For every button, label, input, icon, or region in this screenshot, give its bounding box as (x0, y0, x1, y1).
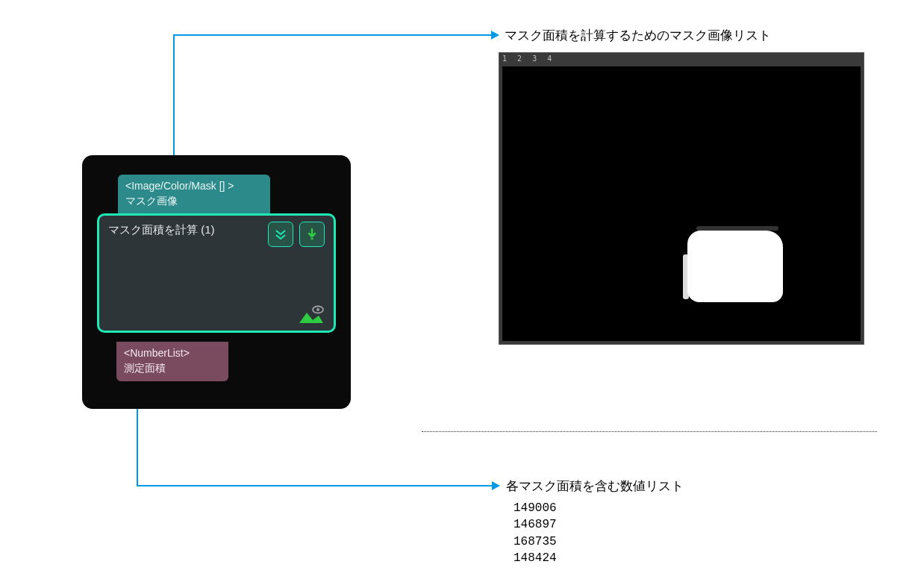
download-button[interactable] (299, 222, 325, 247)
mask-tab[interactable]: 2 (517, 54, 522, 63)
node-body[interactable]: マスク面積を計算 (1) (97, 213, 336, 333)
output-values-list: 149006 146897 168735 148424 (513, 500, 557, 567)
expand-button[interactable] (268, 222, 293, 247)
svg-point-0 (310, 237, 313, 240)
separator-dotted (422, 431, 877, 432)
output-value: 168735 (513, 533, 557, 550)
node-output-label: 測定面積 (124, 361, 221, 376)
connector-bottom-horizontal (137, 485, 492, 486)
connector-bottom-vertical (137, 398, 138, 485)
output-value: 146897 (513, 516, 557, 533)
diagram-canvas: マスク面積を計算するためのマスク画像リスト <Image/Color/Mask … (0, 0, 924, 579)
annotation-bottom-label: 各マスク面積を含む数値リスト (506, 478, 684, 495)
image-preview-icon[interactable] (298, 304, 325, 325)
connector-top-vertical (173, 34, 175, 169)
mask-view (502, 66, 861, 341)
mask-blob-shadow (696, 226, 778, 231)
connector-bottom-arrow (492, 481, 500, 490)
node-output-chip[interactable]: <NumberList> 測定面積 (116, 342, 228, 381)
chevron-double-down-icon (274, 228, 287, 241)
mask-tab[interactable]: 4 (547, 54, 552, 63)
node-input-label: マスク画像 (125, 194, 263, 209)
output-value: 149006 (513, 500, 557, 516)
mask-tab[interactable]: 3 (532, 54, 537, 63)
node-output-type: <NumberList> (124, 346, 221, 361)
output-value: 148424 (513, 550, 557, 566)
connector-top-horizontal (173, 34, 491, 36)
svg-point-2 (316, 308, 319, 311)
annotation-top-label: マスク面積を計算するためのマスク画像リスト (505, 27, 771, 44)
node-input-chip[interactable]: <Image/Color/Mask [] > マスク画像 (118, 175, 270, 214)
connector-top-arrow (491, 31, 499, 40)
mask-tab[interactable]: 1 (502, 54, 507, 63)
node-input-type: <Image/Color/Mask [] > (125, 179, 263, 194)
mask-blob (687, 231, 783, 302)
node-panel: <Image/Color/Mask [] > マスク画像 マスク面積を計算 (1… (82, 155, 351, 409)
download-arrow-icon (305, 228, 319, 241)
mask-preview-window: 1 2 3 4 (499, 52, 864, 345)
mask-tabs: 1 2 3 4 (502, 54, 558, 63)
